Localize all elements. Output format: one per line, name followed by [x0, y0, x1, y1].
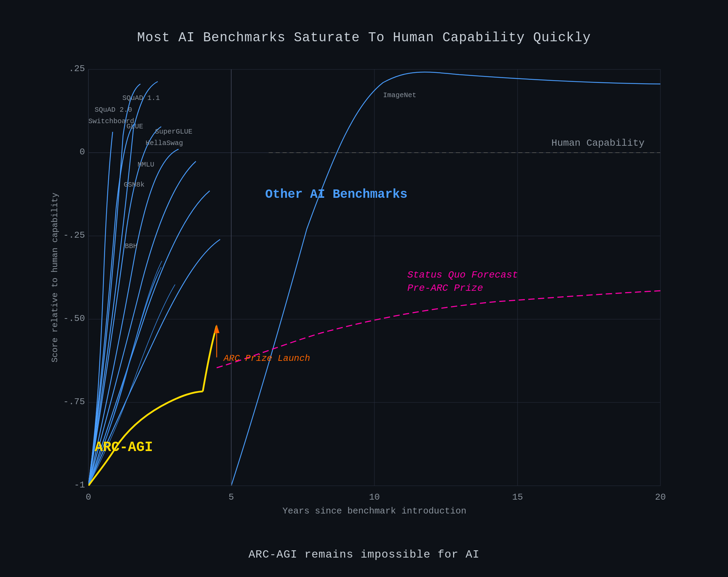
chart-wrapper: .25 0 -.25 -.50 -.75 -1 0 5 10 15 20 Sco…	[43, 56, 685, 541]
svg-text:Score relative to human capabi: Score relative to human capability	[50, 193, 60, 363]
svg-text:Other AI Benchmarks: Other AI Benchmarks	[265, 187, 407, 202]
svg-text:.25: .25	[69, 63, 85, 74]
svg-text:-.50: -.50	[63, 313, 85, 324]
svg-text:Years since benchmark introduc: Years since benchmark introduction	[283, 506, 467, 516]
svg-text:0: 0	[86, 492, 91, 502]
chart-title: Most AI Benchmarks Saturate To Human Cap…	[137, 30, 591, 45]
svg-text:-.75: -.75	[63, 397, 85, 407]
chart-subtitle: ARC-AGI remains impossible for AI	[249, 548, 480, 561]
svg-text:15: 15	[512, 492, 523, 502]
svg-text:HellaSwag: HellaSwag	[146, 139, 183, 147]
svg-text:ARC Prize Launch: ARC Prize Launch	[223, 353, 310, 364]
svg-text:20: 20	[655, 492, 666, 502]
svg-text:5: 5	[228, 492, 234, 502]
svg-text:ImageNet: ImageNet	[383, 91, 416, 99]
svg-text:SQuAD 1.1: SQuAD 1.1	[122, 94, 160, 102]
svg-text:-1: -1	[74, 480, 85, 490]
svg-text:GSM8k: GSM8k	[124, 181, 145, 189]
svg-text:Status Quo Forecast: Status Quo Forecast	[407, 270, 518, 280]
svg-text:10: 10	[369, 492, 380, 502]
svg-text:SuperGLUE: SuperGLUE	[155, 128, 192, 136]
svg-text:BBH: BBH	[125, 242, 137, 250]
chart-container: Most AI Benchmarks Saturate To Human Cap…	[0, 0, 728, 577]
svg-text:-.25: -.25	[63, 230, 85, 240]
svg-text:GLUE: GLUE	[127, 122, 143, 130]
svg-text:ARC-AGI: ARC-AGI	[95, 440, 153, 455]
svg-text:0: 0	[79, 147, 85, 157]
svg-text:SQuAD 2.0: SQuAD 2.0	[95, 106, 132, 114]
svg-text:Human Capability: Human Capability	[552, 138, 645, 149]
svg-text:MMLU: MMLU	[138, 161, 154, 169]
svg-text:Pre-ARC Prize: Pre-ARC Prize	[407, 283, 483, 294]
